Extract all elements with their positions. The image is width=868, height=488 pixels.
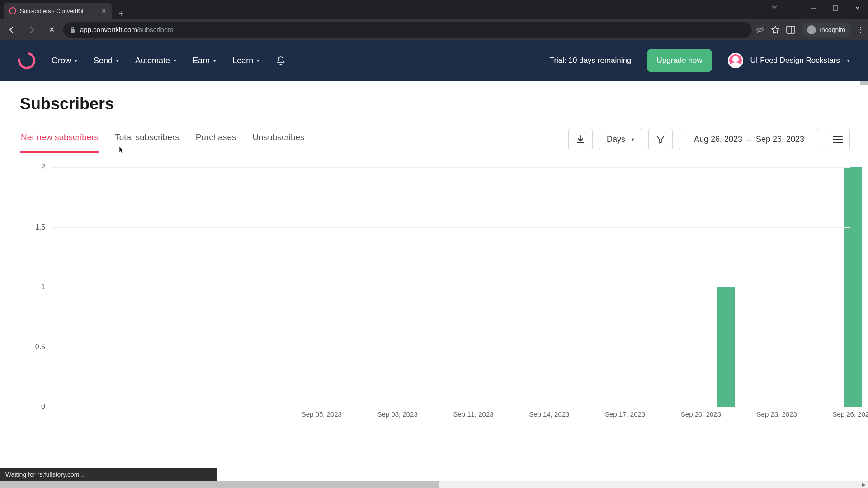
tab-search-icon[interactable]	[771, 4, 778, 10]
date-end: Sep 26, 2023	[756, 135, 804, 144]
window-controls: ✕	[803, 0, 868, 16]
logo-icon[interactable]	[15, 49, 38, 72]
address-bar: ✕ app.convertkit.com/subscribers Incogni…	[0, 19, 868, 40]
date-start: Aug 26, 2023	[694, 135, 742, 144]
forward-button[interactable]	[24, 22, 40, 38]
page-body: Subscribers Net new subscribers Total su…	[0, 81, 868, 420]
incognito-icon	[807, 25, 816, 34]
page-title: Subscribers	[20, 94, 850, 113]
nav-earn[interactable]: Earn▾	[193, 56, 216, 66]
close-tab-icon[interactable]: ✕	[101, 7, 107, 14]
browser-tab[interactable]: Subscribers - ConvertKit ✕	[4, 3, 112, 19]
tab-title: Subscribers - ConvertKit	[20, 8, 98, 14]
filter-icon	[656, 134, 665, 144]
chevron-down-icon: ▾	[75, 58, 77, 64]
x-tick-label: Sep 20, 2023	[681, 410, 721, 418]
scroll-right-icon[interactable]: ▶	[860, 481, 868, 488]
tab-purchases[interactable]: Purchases	[195, 132, 237, 153]
tab-net-new[interactable]: Net new subscribers	[20, 132, 99, 153]
svg-rect-2	[71, 29, 75, 33]
toolbar-controls: Days ▾ Aug 26, 2023 – Sep 26, 2023	[568, 128, 850, 157]
browser-chrome: Subscribers - ConvertKit ✕ + ✕ ✕	[0, 0, 868, 40]
tabs: Net new subscribers Total subscribers Pu…	[20, 132, 306, 153]
y-axis: 00.511.52	[20, 167, 52, 407]
incognito-badge[interactable]: Incognito	[802, 23, 851, 37]
account-menu[interactable]: UI Feed Design Rockstars ▾	[728, 53, 850, 68]
chevron-down-icon: ▾	[257, 58, 259, 64]
chevron-down-icon: ▾	[632, 136, 634, 142]
x-tick-label: Sep 26, 2023	[832, 410, 868, 418]
trial-status: Trial: 10 days remaining	[550, 56, 632, 66]
view-options-button[interactable]	[826, 128, 850, 150]
nav-send[interactable]: Send▾	[94, 56, 119, 66]
x-tick-label: Sep 11, 2023	[453, 410, 493, 418]
tab-bar: Subscribers - ConvertKit ✕ + ✕	[0, 0, 868, 19]
horizontal-scrollbar[interactable]	[0, 481, 860, 488]
bell-icon[interactable]	[276, 56, 286, 66]
account-name: UI Feed Design Rockstars	[750, 56, 840, 66]
y-tick-label: 2	[41, 163, 45, 171]
incognito-label: Incognito	[820, 26, 845, 33]
url-field[interactable]: app.convertkit.com/subscribers	[63, 22, 752, 38]
x-axis: Sep 05, 2023Sep 08, 2023Sep 11, 2023Sep …	[56, 410, 850, 420]
toolbar: Net new subscribers Total subscribers Pu…	[20, 128, 850, 157]
download-button[interactable]	[568, 128, 593, 150]
nav-grow[interactable]: Grow▾	[52, 56, 77, 66]
maximize-icon[interactable]	[825, 0, 846, 16]
lock-icon	[70, 27, 75, 33]
nav-automate[interactable]: Automate▾	[135, 56, 176, 66]
minimize-icon[interactable]	[803, 0, 825, 16]
kebab-menu-icon[interactable]: ⋮	[857, 25, 864, 34]
url-text: app.convertkit.com/subscribers	[80, 26, 174, 33]
x-tick-label: Sep 17, 2023	[605, 410, 645, 418]
list-icon	[833, 136, 843, 143]
x-tick-label: Sep 05, 2023	[302, 410, 342, 418]
filter-button[interactable]	[648, 128, 673, 150]
tab-total[interactable]: Total subscribers	[114, 132, 180, 153]
y-tick-label: 1	[41, 283, 45, 291]
chevron-down-icon: ▾	[174, 58, 176, 64]
avatar-icon	[728, 53, 743, 68]
y-tick-label: 0.5	[35, 343, 45, 351]
svg-rect-4	[787, 26, 795, 33]
app-nav: Grow▾ Send▾ Automate▾ Earn▾ Learn▾ Trial…	[0, 40, 868, 81]
chevron-down-icon: ▾	[213, 58, 216, 64]
status-bar: Waiting for rs.fullstory.com...	[0, 468, 217, 481]
x-tick-label: Sep 14, 2023	[529, 410, 569, 418]
download-icon	[576, 134, 585, 144]
eye-off-icon[interactable]	[755, 25, 764, 34]
x-tick-label: Sep 23, 2023	[757, 410, 797, 418]
x-tick-label: Sep 08, 2023	[377, 410, 418, 418]
bookmark-star-icon[interactable]	[771, 25, 780, 34]
date-range-picker[interactable]: Aug 26, 2023 – Sep 26, 2023	[679, 128, 819, 150]
nav-learn[interactable]: Learn▾	[232, 56, 259, 66]
window-close-icon[interactable]: ✕	[846, 0, 868, 16]
svg-line-3	[757, 27, 763, 33]
upgrade-button[interactable]: Upgrade now	[647, 49, 711, 72]
new-tab-button[interactable]: +	[112, 9, 130, 19]
stop-reload-button[interactable]: ✕	[43, 22, 60, 38]
y-tick-label: 0	[41, 403, 45, 411]
side-panel-icon[interactable]	[786, 26, 795, 34]
chevron-down-icon: ▾	[116, 58, 119, 64]
y-tick-label: 1.5	[35, 223, 45, 231]
tab-unsubscribes[interactable]: Unsubscribes	[251, 132, 305, 153]
granularity-select[interactable]: Days ▾	[599, 128, 642, 150]
chart: 00.511.52 Sep 05, 2023Sep 08, 2023Sep 11…	[20, 167, 850, 420]
svg-rect-1	[833, 6, 838, 10]
favicon-icon	[9, 7, 16, 14]
back-button[interactable]	[4, 22, 20, 38]
chevron-down-icon: ▾	[847, 58, 850, 64]
